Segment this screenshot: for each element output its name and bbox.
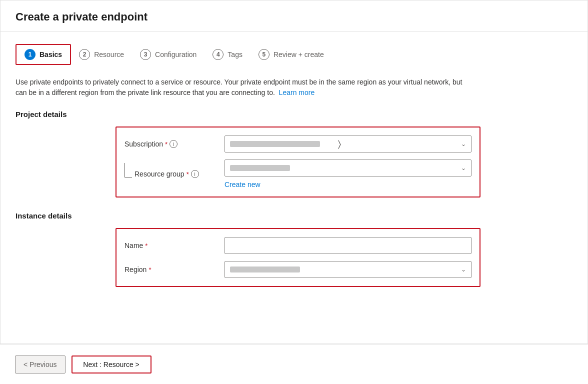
resource-group-required: * (186, 170, 189, 178)
instance-details-section: Instance details Name * (16, 212, 572, 287)
region-chevron-icon: ⌄ (461, 266, 466, 273)
cursor-hand: 〉 (338, 139, 341, 150)
resource-group-control: ⌄ Create new (224, 160, 472, 188)
previous-button[interactable]: < Previous (15, 356, 66, 374)
region-value (230, 266, 300, 272)
subscription-info-icon[interactable]: i (170, 140, 178, 148)
resource-group-info-icon[interactable]: i (191, 170, 199, 178)
subscription-value (230, 141, 320, 147)
subscription-label-group: Subscription * i (124, 140, 224, 148)
subscription-control: ⌄ 〉 (224, 136, 472, 152)
resource-group-value (230, 165, 290, 171)
name-required: * (145, 242, 148, 250)
tab-review-label: Review + create (274, 50, 324, 58)
project-details-section: Project details Subscription * i (16, 110, 572, 198)
subscription-row: Subscription * i ⌄ 〉 (124, 136, 472, 152)
next-resource-button[interactable]: Next : Resource > (72, 356, 152, 374)
name-label: Name * (124, 242, 224, 250)
tab-tags-step: 4 (212, 49, 224, 60)
region-row: Region * ⌄ (124, 261, 472, 278)
tab-configuration-step: 3 (140, 49, 151, 60)
tab-review-step: 5 (258, 49, 270, 60)
tab-review[interactable]: 5 Review + create (250, 45, 332, 64)
subscription-required: * (165, 140, 168, 148)
wizard-tabs: 1 Basics 2 Resource 3 Configuration 4 Ta… (16, 44, 572, 65)
subscription-select[interactable]: ⌄ 〉 (224, 136, 472, 152)
tab-tags-label: Tags (228, 50, 242, 58)
project-details-box: Subscription * i ⌄ 〉 (116, 126, 480, 198)
content-area: 1 Basics 2 Resource 3 Configuration 4 Ta… (0, 32, 588, 344)
page-title: Create a private endpoint (16, 10, 572, 24)
region-select[interactable]: ⌄ (224, 261, 472, 278)
page-title-bar: Create a private endpoint (0, 0, 588, 32)
subscription-label: Subscription * i (124, 140, 224, 148)
learn-more-link[interactable]: Learn more (279, 88, 315, 96)
name-label-group: Name * (124, 242, 224, 250)
tab-resource[interactable]: 2 Resource (71, 45, 132, 64)
resource-group-row: Resource group * i ⌄ Create n (124, 160, 472, 188)
tab-basics-label: Basics (40, 50, 62, 58)
name-row: Name * (124, 237, 472, 254)
main-content: Create a private endpoint 1 Basics 2 Res… (0, 0, 588, 344)
tab-configuration-label: Configuration (155, 50, 196, 58)
tab-resource-label: Resource (94, 50, 124, 58)
resource-group-label-group: Resource group * i (124, 170, 224, 178)
region-required: * (148, 266, 151, 274)
instance-details-heading: Instance details (16, 212, 572, 220)
tab-configuration[interactable]: 3 Configuration (132, 45, 204, 64)
region-label-group: Region * (124, 266, 224, 274)
description-text: Use private endpoints to privately conne… (16, 77, 466, 98)
instance-details-box: Name * Region * (116, 228, 480, 287)
name-input[interactable] (224, 237, 472, 254)
resource-group-label: Resource group * i (134, 170, 224, 178)
create-new-link[interactable]: Create new (224, 180, 260, 188)
region-control: ⌄ (224, 261, 472, 278)
tab-basics[interactable]: 1 Basics (16, 44, 71, 65)
resource-group-chevron-icon: ⌄ (461, 164, 466, 172)
tab-tags[interactable]: 4 Tags (204, 45, 250, 64)
tab-resource-step: 2 (79, 49, 90, 60)
subscription-chevron-icon: ⌄ (461, 140, 466, 148)
resource-group-select[interactable]: ⌄ (224, 160, 472, 176)
tab-basics-step: 1 (24, 49, 36, 60)
region-label: Region * (124, 266, 224, 274)
footer-bar: < Previous Next : Resource > (0, 344, 588, 384)
resource-group-indent: Resource group * i (124, 170, 224, 178)
page-container: Create a private endpoint 1 Basics 2 Res… (0, 0, 588, 384)
name-control (224, 237, 472, 254)
project-details-heading: Project details (16, 110, 572, 118)
